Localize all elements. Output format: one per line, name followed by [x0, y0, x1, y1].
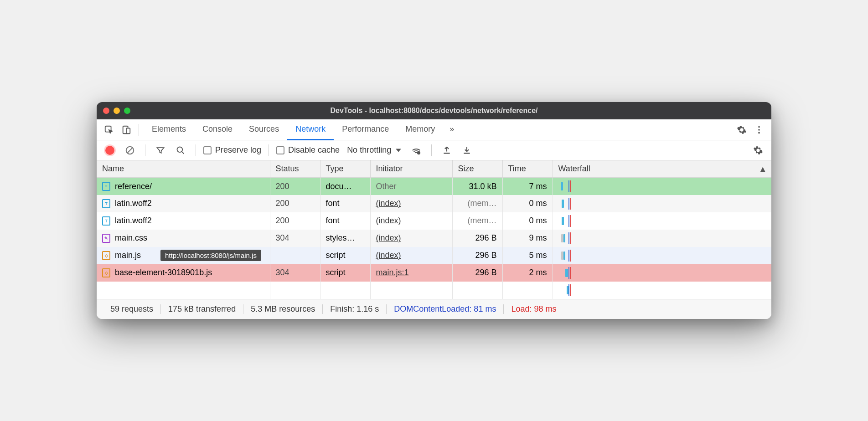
- column-header-initiator[interactable]: Initiator: [370, 160, 452, 178]
- dcl-marker-line: [568, 267, 569, 279]
- request-status: [270, 247, 320, 264]
- request-size: 296 B: [452, 230, 502, 247]
- request-size: (mem…: [452, 212, 502, 230]
- maximize-window-button[interactable]: [124, 108, 130, 114]
- throttling-select[interactable]: No throttling: [344, 145, 404, 155]
- request-type: docu…: [320, 178, 370, 195]
- summary-requests: 59 requests: [103, 304, 161, 314]
- svg-line-7: [127, 147, 133, 153]
- column-header-size[interactable]: Size: [452, 160, 502, 178]
- svg-point-4: [758, 129, 760, 131]
- table-row[interactable]: ◇main.jshttp://localhost:8080/js/main.js…: [97, 247, 771, 264]
- table-row[interactable]: Tlatin.woff2 200 font (index) (mem… 0 ms: [97, 212, 771, 230]
- waterfall-bar: [561, 182, 563, 190]
- preserve-log-label: Preserve log: [215, 145, 261, 155]
- tab-elements[interactable]: Elements: [144, 119, 194, 140]
- request-type: script: [320, 247, 370, 264]
- svg-point-10: [418, 152, 420, 154]
- request-status: 304: [270, 230, 320, 247]
- preserve-log-checkbox[interactable]: Preserve log: [203, 145, 261, 155]
- dcl-marker-line: [568, 284, 569, 296]
- search-icon[interactable]: [173, 143, 188, 158]
- request-size: (mem…: [452, 195, 502, 212]
- request-time: 0 ms: [502, 212, 553, 230]
- waterfall-bar: [565, 269, 568, 277]
- request-name: main.js: [115, 251, 141, 260]
- device-toolbar-icon[interactable]: [119, 122, 134, 138]
- column-header-status[interactable]: Status: [270, 160, 320, 178]
- waterfall-cell: [558, 198, 766, 210]
- request-initiator[interactable]: (index): [376, 233, 401, 242]
- column-header-waterfall[interactable]: Waterfall ▲: [553, 160, 771, 178]
- sort-ascending-icon: ▲: [759, 164, 767, 174]
- load-marker-line: [570, 250, 571, 262]
- table-row[interactable]: ✎main.css 304 styles… (index) 296 B 9 ms: [97, 230, 771, 247]
- tab-memory[interactable]: Memory: [397, 119, 443, 140]
- divider: [431, 144, 432, 156]
- js-file-icon: ◇: [102, 251, 110, 260]
- tab-network[interactable]: Network: [287, 119, 334, 140]
- font-file-icon: T: [102, 216, 110, 226]
- request-status: 304: [270, 264, 320, 282]
- load-marker-line: [570, 180, 571, 192]
- divider: [269, 144, 269, 156]
- request-initiator[interactable]: main.js:1: [376, 268, 409, 277]
- request-size: 296 B: [452, 264, 502, 282]
- request-time: 7 ms: [502, 178, 553, 195]
- request-type: font: [320, 195, 370, 212]
- clear-button[interactable]: [122, 143, 138, 158]
- request-initiator[interactable]: (index): [376, 199, 401, 208]
- divider: [196, 144, 196, 156]
- divider: [145, 144, 145, 156]
- disable-cache-checkbox[interactable]: Disable cache: [276, 145, 340, 155]
- table-row[interactable]: Tlatin.woff2 200 font (index) (mem… 0 ms: [97, 195, 771, 212]
- close-window-button[interactable]: [103, 108, 109, 114]
- request-name: latin.woff2: [115, 199, 152, 208]
- font-file-icon: T: [102, 199, 110, 208]
- filter-icon[interactable]: [153, 143, 168, 158]
- window-title: DevTools - localhost:8080/docs/devtools/…: [97, 107, 771, 115]
- request-status: 200: [270, 195, 320, 212]
- waterfall-bar: [563, 234, 565, 242]
- summary-domcontentloaded: DOMContentLoaded: 81 ms: [387, 304, 504, 314]
- column-header-time[interactable]: Time: [502, 160, 553, 178]
- tabs-overflow-button[interactable]: »: [445, 119, 459, 140]
- request-name: latin.woff2: [115, 216, 152, 226]
- request-initiator[interactable]: (index): [376, 216, 401, 225]
- tab-performance[interactable]: Performance: [334, 119, 397, 140]
- load-marker-line: [570, 267, 571, 279]
- import-har-icon[interactable]: [439, 143, 455, 158]
- request-size: 296 B: [452, 247, 502, 264]
- network-summary-bar: 59 requests 175 kB transferred 5.3 MB re…: [97, 299, 771, 319]
- summary-finish: Finish: 1.16 s: [323, 304, 387, 314]
- export-har-icon[interactable]: [459, 143, 475, 158]
- column-header-type[interactable]: Type: [320, 160, 370, 178]
- tab-sources[interactable]: Sources: [241, 119, 287, 140]
- network-requests-table: Name Status Type Initiator Size Time Wat…: [97, 160, 771, 299]
- more-menu-icon[interactable]: [751, 122, 767, 138]
- record-button[interactable]: [102, 143, 118, 158]
- inspect-element-icon[interactable]: [101, 122, 117, 138]
- divider: [139, 124, 139, 136]
- waterfall-cell: [558, 180, 766, 192]
- request-status: 200: [270, 178, 320, 195]
- request-type: styles…: [320, 230, 370, 247]
- waterfall-cell: [558, 215, 766, 227]
- request-type: font: [320, 212, 370, 230]
- load-marker-line: [570, 215, 571, 227]
- minimize-window-button[interactable]: [114, 108, 120, 114]
- table-row[interactable]: ◇base-element-3018901b.js 304 script mai…: [97, 264, 771, 282]
- settings-icon[interactable]: [734, 122, 749, 138]
- column-header-name[interactable]: Name: [97, 160, 270, 178]
- request-initiator[interactable]: (index): [376, 251, 401, 260]
- tab-console[interactable]: Console: [194, 119, 241, 140]
- url-tooltip: http://localhost:8080/js/main.js: [160, 250, 261, 261]
- dcl-marker-line: [568, 215, 569, 227]
- load-marker-line: [570, 284, 571, 296]
- request-name: reference/: [115, 182, 152, 191]
- network-settings-icon[interactable]: [750, 143, 766, 158]
- waterfall-cell: [558, 232, 766, 244]
- table-row[interactable]: ≡reference/ 200 docu… Other 31.0 kB 7 ms: [97, 178, 771, 195]
- network-conditions-icon[interactable]: [408, 143, 424, 158]
- load-marker-line: [570, 198, 571, 210]
